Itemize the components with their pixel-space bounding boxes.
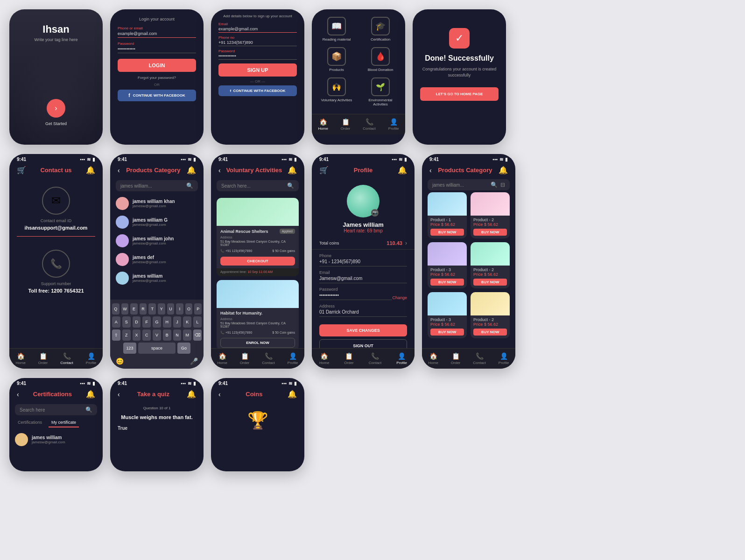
contact-nav-home[interactable]: 🏠Home: [15, 352, 25, 365]
signup-password[interactable]: ••••••••••••: [218, 54, 297, 60]
notification-icon-quiz[interactable]: 🔔: [187, 390, 196, 399]
address-field-value[interactable]: 01 Darrick Orchard: [319, 309, 407, 317]
pf-nav-order[interactable]: 📋Order: [344, 352, 353, 365]
pc-search-bar[interactable]: james william... 🔍: [116, 180, 198, 191]
phone-field-value[interactable]: +91 - 1234(567)890: [319, 259, 407, 266]
emoji-icon[interactable]: 😊: [116, 357, 124, 365]
contact-nav-contact[interactable]: 📞Contact: [60, 352, 73, 365]
notification-icon-cert[interactable]: 🔔: [86, 390, 95, 399]
edit-avatar-button[interactable]: 📷: [371, 209, 379, 217]
nav-home[interactable]: 🏠Home: [318, 118, 328, 131]
key-m[interactable]: M: [183, 329, 191, 341]
key-b[interactable]: B: [163, 329, 171, 341]
notification-icon-pc[interactable]: 🔔: [187, 166, 196, 175]
key-go[interactable]: Go: [177, 343, 190, 354]
pcg-nav-home[interactable]: 🏠Home: [428, 352, 438, 365]
buy-button-6[interactable]: BUY NOW: [473, 329, 507, 336]
contact-item-4[interactable]: james def jamesw@gmail.com: [110, 250, 204, 269]
get-started-button[interactable]: ›: [47, 99, 65, 118]
pf-nav-contact[interactable]: 📞Contact: [369, 352, 382, 365]
buy-button-3[interactable]: BUY NOW: [430, 279, 464, 286]
nav-order[interactable]: 📋Order: [341, 118, 350, 131]
nav-contact[interactable]: 📞Contact: [363, 118, 376, 131]
buy-button-2[interactable]: BUY NOW: [473, 229, 507, 236]
certification-item[interactable]: 🎓 Certification: [361, 17, 400, 42]
key-l[interactable]: L: [193, 316, 202, 328]
key-x[interactable]: X: [133, 329, 141, 341]
cert-search[interactable]: Search here 🔍: [15, 404, 97, 415]
key-i[interactable]: I: [176, 303, 183, 315]
contact-email[interactable]: ihsansupport@gmail.com: [17, 225, 95, 231]
pf-nav-profile[interactable]: 👤Profile: [396, 352, 407, 365]
mic-icon[interactable]: 🎤: [190, 357, 198, 365]
key-u[interactable]: U: [167, 303, 175, 315]
key-z[interactable]: Z: [122, 329, 131, 341]
toll-free[interactable]: Toll free: 1200 7654321: [17, 288, 95, 294]
key-h[interactable]: H: [163, 316, 171, 328]
key-v[interactable]: V: [153, 329, 161, 341]
go-home-button[interactable]: LET'S GO TO HOME PAGE: [420, 87, 499, 101]
pcg-nav-contact[interactable]: 📞Contact: [473, 352, 486, 365]
key-g[interactable]: G: [153, 316, 161, 328]
va-nav-home[interactable]: 🏠Home: [217, 352, 227, 365]
filter-icon-pcg[interactable]: ⊟: [500, 182, 505, 188]
key-s[interactable]: S: [122, 316, 131, 328]
contact-item-2[interactable]: james william G jamesw@gmail.com: [110, 213, 204, 231]
buy-button-5[interactable]: BUY NOW: [430, 329, 464, 336]
nav-profile[interactable]: 👤Profile: [388, 118, 399, 131]
contact-item-1[interactable]: james william khan jamesw@gmail.com: [110, 194, 204, 213]
true-option[interactable]: True: [118, 426, 196, 431]
change-password-button[interactable]: Change: [392, 295, 407, 304]
products-item[interactable]: 📦 Products: [317, 47, 356, 72]
key-shift[interactable]: ⇧: [112, 329, 120, 341]
enrol-button[interactable]: ENROL NOW: [220, 338, 295, 348]
notification-icon-profile[interactable]: 🔔: [398, 166, 407, 175]
pcg-search-bar[interactable]: james william... 🔍 ⊟: [428, 179, 510, 190]
reading-material-item[interactable]: 📖 Reading material: [317, 17, 356, 42]
key-y[interactable]: Y: [158, 303, 165, 315]
facebook-signup-button[interactable]: f CONTINUE WITH FACEBOOK: [218, 85, 297, 96]
login-button[interactable]: LOGIN: [118, 59, 196, 72]
contact-nav-profile[interactable]: 👤Profile: [86, 352, 97, 365]
key-j[interactable]: J: [173, 316, 182, 328]
va-search[interactable]: Search here... 🔍: [217, 180, 299, 191]
key-r[interactable]: R: [140, 303, 147, 315]
contact-item-5[interactable]: james william jamesw@gmail.com: [110, 269, 204, 287]
key-f[interactable]: F: [142, 316, 151, 328]
key-q[interactable]: Q: [112, 303, 119, 315]
key-o[interactable]: O: [185, 303, 193, 315]
password-field-value[interactable]: ••••••••••••: [319, 293, 392, 300]
environmental-activities-item[interactable]: 🌱 Environmental Activities: [361, 77, 400, 106]
cart-icon[interactable]: 🛒: [17, 166, 26, 175]
buy-button-1[interactable]: BUY NOW: [430, 229, 464, 236]
notification-icon-va[interactable]: 🔔: [288, 166, 297, 175]
signup-email[interactable]: example@gmail.com: [218, 27, 297, 33]
key-space[interactable]: space: [138, 343, 176, 354]
save-changes-button[interactable]: SAVE CHANGES: [319, 324, 407, 336]
phone-value[interactable]: +91 1234(567)890: [218, 40, 297, 46]
key-a[interactable]: A: [112, 316, 120, 328]
key-123[interactable]: 123: [123, 343, 136, 354]
coins-chevron[interactable]: ›: [405, 240, 407, 246]
checkout-button[interactable]: CHECKOUT: [220, 257, 295, 266]
key-d[interactable]: D: [133, 316, 141, 328]
notification-icon-coins[interactable]: 🔔: [288, 390, 297, 399]
key-e[interactable]: E: [130, 303, 138, 315]
password-value[interactable]: ••••••••••••: [118, 47, 196, 53]
va-nav-profile[interactable]: 👤Profile: [288, 352, 298, 365]
key-p[interactable]: P: [194, 303, 202, 315]
key-delete[interactable]: ⌫: [193, 329, 202, 341]
notification-icon-pcg[interactable]: 🔔: [499, 166, 508, 175]
key-k[interactable]: K: [183, 316, 191, 328]
pf-nav-home[interactable]: 🏠Home: [319, 352, 329, 365]
pcg-nav-order[interactable]: 📋Order: [451, 352, 460, 365]
buy-button-4[interactable]: BUY NOW: [473, 279, 507, 286]
notification-icon-contact[interactable]: 🔔: [86, 166, 95, 175]
cart-icon-profile[interactable]: 🛒: [319, 166, 329, 175]
va-nav-order[interactable]: 📋Order: [240, 352, 249, 365]
facebook-login-button[interactable]: f CONTINUE WITH FACEBOOK: [118, 90, 196, 101]
email-value[interactable]: example@gmail.com: [118, 31, 196, 38]
contact-nav-order[interactable]: 📋Order: [38, 352, 48, 365]
va-nav-contact[interactable]: 📞Contact: [262, 352, 275, 365]
contact-item-3[interactable]: james william john jamesw@gmail.com: [110, 231, 204, 250]
